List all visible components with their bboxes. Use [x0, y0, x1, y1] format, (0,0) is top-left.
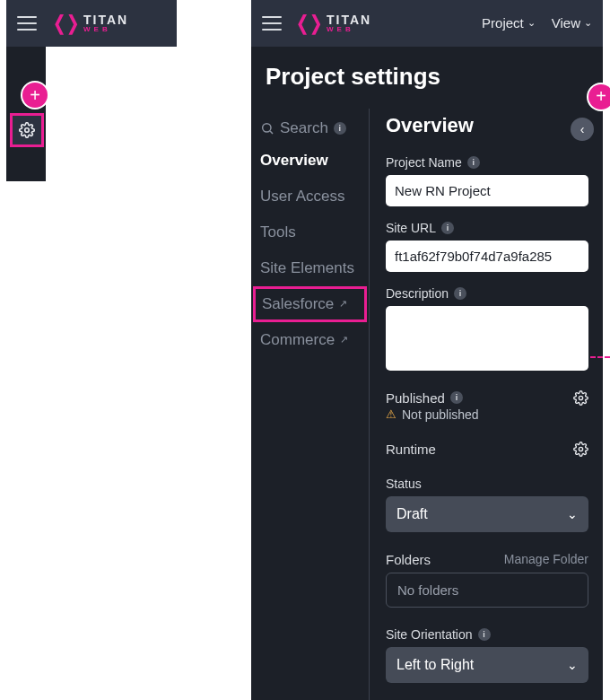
description-label: Description — [386, 286, 449, 301]
project-name-input[interactable] — [386, 175, 588, 206]
gear-icon[interactable] — [573, 390, 588, 406]
brand-sub: WEB — [327, 26, 371, 33]
svg-point-3 — [579, 396, 582, 399]
warning-icon: ⚠ — [386, 407, 396, 421]
field-project-name: Project Name i — [386, 155, 588, 206]
project-name-label: Project Name — [386, 155, 462, 170]
info-icon: i — [334, 122, 346, 135]
sidebar-item-commerce[interactable]: Commerce ↗ — [251, 322, 369, 358]
svg-point-0 — [25, 128, 30, 133]
search-icon — [260, 121, 274, 136]
site-url-label: Site URL — [386, 221, 436, 235]
published-status-text: Not published — [402, 407, 479, 422]
brand-title: TITAN — [83, 13, 128, 26]
sidebar-item-label: Salesforce — [262, 295, 334, 313]
svg-point-1 — [263, 124, 271, 132]
runtime-label: Runtime — [386, 442, 436, 457]
menu-view-label: View — [552, 15, 580, 31]
published-label: Published — [386, 390, 445, 406]
chevron-down-icon: ⌄ — [567, 507, 578, 521]
published-status: ⚠ Not published — [386, 407, 588, 422]
add-button[interactable]: + — [22, 83, 48, 108]
settings-button[interactable] — [10, 113, 44, 147]
chevron-down-icon: ⌄ — [567, 658, 578, 672]
hamburger-icon[interactable] — [17, 16, 37, 31]
field-description: Description i — [386, 286, 588, 374]
external-link-icon: ↗ — [339, 298, 347, 310]
form-column: ‹ Overview Project Name i Site URL i — [370, 109, 603, 700]
chevron-down-icon: ⌄ — [527, 17, 536, 29]
search-row[interactable]: Search i — [251, 114, 369, 143]
sidebar-item-site-elements[interactable]: Site Elements — [251, 250, 369, 286]
sidebar-item-overview[interactable]: Overview — [251, 143, 369, 179]
settings-side-nav: Search i Overview User Access Tools Site… — [251, 109, 370, 700]
status-select[interactable]: Draft ⌄ — [386, 496, 588, 532]
orientation-label: Site Orientation — [386, 627, 473, 642]
sidebar-item-label: Tools — [260, 223, 296, 241]
status-label: Status — [386, 477, 588, 491]
published-row: Published i — [386, 390, 588, 406]
folders-display: No folders — [386, 573, 588, 608]
gear-icon — [19, 122, 35, 138]
sidebar-item-label: Commerce — [260, 331, 335, 349]
brand-title: TITAN — [327, 13, 371, 26]
left-header: ❬❭ TITAN WEB — [6, 0, 177, 47]
top-menu: Project ⌄ View ⌄ — [482, 15, 592, 31]
content-row: Search i Overview User Access Tools Site… — [251, 109, 603, 700]
site-url-input[interactable] — [386, 241, 588, 272]
logo-glyph-icon: ❬❭ — [51, 12, 78, 35]
left-mini-panel: ❬❭ TITAN WEB + — [6, 0, 177, 181]
field-site-url: Site URL i — [386, 221, 588, 272]
hamburger-icon[interactable] — [262, 16, 282, 31]
annotation-guide — [590, 356, 610, 358]
external-link-icon: ↗ — [340, 334, 348, 346]
sidebar-item-salesforce[interactable]: Salesforce ↗ — [253, 286, 367, 322]
settings-panel: ❬❭ TITAN WEB Project ⌄ View ⌄ Project se… — [251, 0, 603, 700]
description-input[interactable] — [386, 306, 588, 371]
manage-folder-link[interactable]: Manage Folder — [504, 552, 588, 566]
search-label: Search — [280, 119, 328, 137]
sidebar-item-user-access[interactable]: User Access — [251, 179, 369, 214]
chevron-left-icon: ‹ — [580, 122, 585, 136]
folders-row: Folders Manage Folder — [386, 552, 588, 567]
brand-sub: WEB — [83, 26, 128, 33]
chevron-down-icon: ⌄ — [584, 17, 592, 29]
svg-line-2 — [270, 131, 273, 134]
page-title: Project settings + — [251, 47, 603, 109]
sidebar-item-tools[interactable]: Tools — [251, 214, 369, 250]
orientation-value: Left to Right — [396, 657, 474, 673]
svg-point-4 — [579, 447, 582, 451]
menu-project[interactable]: Project ⌄ — [482, 15, 536, 31]
info-icon: i — [441, 222, 454, 234]
gear-icon[interactable] — [573, 442, 588, 457]
info-icon: i — [467, 156, 480, 169]
folders-label: Folders — [386, 552, 431, 567]
info-icon: i — [454, 287, 466, 300]
brand-logo: ❬❭ TITAN WEB — [51, 12, 128, 35]
menu-view[interactable]: View ⌄ — [552, 15, 592, 31]
menu-project-label: Project — [482, 15, 524, 31]
page-title-text: Project settings — [266, 63, 440, 90]
sidebar-item-label: Site Elements — [260, 259, 354, 277]
info-icon: i — [478, 628, 491, 641]
orientation-select[interactable]: Left to Right ⌄ — [386, 647, 588, 683]
brand-logo: ❬❭ TITAN WEB — [294, 12, 371, 35]
collapse-button[interactable]: ‹ — [571, 118, 594, 141]
logo-glyph-icon: ❬❭ — [294, 12, 321, 35]
add-button[interactable]: + — [588, 84, 610, 109]
sidebar-item-label: User Access — [260, 188, 344, 206]
status-value: Draft — [396, 506, 428, 522]
runtime-row: Runtime — [386, 442, 588, 457]
info-icon: i — [450, 391, 463, 404]
right-header: ❬❭ TITAN WEB Project ⌄ View ⌄ — [251, 0, 603, 47]
sidebar-item-label: Overview — [260, 152, 328, 170]
section-title: Overview — [386, 114, 588, 137]
